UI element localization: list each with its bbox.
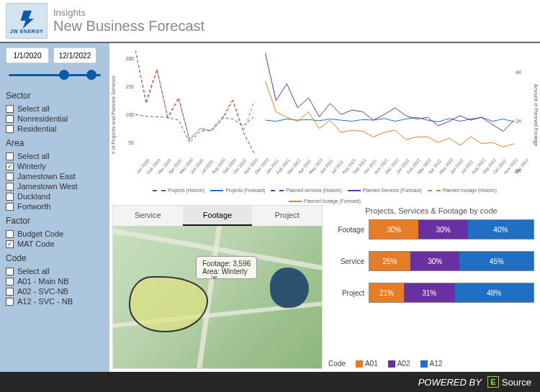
area-item[interactable]: Duckland [6, 191, 104, 201]
logo-j-icon [17, 9, 37, 29]
area-item[interactable]: Fortworth [6, 201, 104, 211]
sector-label: Select all [17, 104, 50, 113]
footer-brand: E Source [487, 376, 531, 388]
legend-item: Planned services (Historic) [271, 188, 341, 193]
header: JW ENERGY Insights New Business Forecast [0, 0, 540, 42]
date-start-input[interactable] [6, 47, 49, 63]
map[interactable]: Footage: 3,596 Area: Winterly [113, 226, 322, 368]
checkbox-icon[interactable] [6, 152, 14, 160]
area-label: Winterly [17, 162, 46, 170]
date-end-input[interactable] [53, 47, 96, 63]
bar-segment-a01: 25% [369, 252, 410, 270]
area-label: Select all [17, 152, 50, 160]
sector-label: Nonresidential [17, 114, 68, 123]
checkbox-icon[interactable] [6, 203, 14, 211]
code-item[interactable]: Select all [6, 266, 104, 276]
area-label: Fortworth [17, 202, 50, 211]
factor-item[interactable]: Budget Code [6, 229, 104, 239]
area-label: Jamestown East [17, 172, 76, 181]
date-range-slider[interactable] [6, 68, 104, 82]
code-label: A12 - SVC - NB [17, 297, 73, 306]
bar-stack: 21%31%48% [369, 283, 534, 303]
tooltip-line2: Area: Winterly [202, 268, 251, 275]
checkbox-icon[interactable] [6, 278, 14, 286]
checkbox-icon[interactable] [6, 298, 14, 306]
factor-label: MAT Code [17, 240, 55, 248]
bar-row: Footage30%30%40% [328, 219, 534, 240]
checkbox-icon[interactable] [6, 230, 14, 238]
map-tab-footage[interactable]: Footage [183, 206, 253, 226]
checkbox-icon[interactable] [6, 115, 14, 123]
sector-label: Residential [17, 124, 56, 133]
sector-item[interactable]: Nonresidential [6, 114, 104, 124]
bar-stack: 25%30%45% [369, 251, 534, 271]
selected-zone[interactable] [129, 276, 208, 332]
legend-item: Planned Services (Forecast) [348, 188, 422, 193]
legend-item: Projects (Forecast) [210, 188, 265, 193]
sector-item[interactable]: Residential [6, 124, 104, 134]
checkbox-icon[interactable] [6, 183, 14, 191]
bar-row: Project21%31%48% [328, 283, 534, 303]
factor-label: Factor [6, 216, 104, 226]
area-label: Jamestown West [17, 182, 78, 191]
checkbox-icon[interactable] [6, 105, 14, 113]
area-label: Area [6, 138, 104, 148]
checkbox-icon[interactable]: ✓ [6, 240, 14, 248]
checkbox-icon[interactable] [6, 268, 14, 275]
area-item[interactable]: Jamestown East [6, 171, 104, 181]
code-item[interactable]: A01 - Main NB [6, 276, 104, 286]
map-tabs: ServiceFootageProject [113, 206, 322, 226]
legend-heading: Code [328, 360, 346, 368]
checkbox-icon[interactable] [6, 193, 14, 201]
sector-item[interactable]: Select all [6, 104, 104, 114]
legend-item: A02 [388, 360, 410, 368]
code-label: Select all [17, 267, 50, 275]
footer: POWERED BY E Source [0, 372, 540, 392]
brand-e-icon: E [487, 376, 499, 388]
map-tab-project[interactable]: Project [252, 206, 322, 226]
code-item[interactable]: A12 - SVC - NB [6, 296, 104, 306]
area-item[interactable]: ✓Winterly [6, 161, 104, 171]
area-item[interactable]: Jamestown West [6, 181, 104, 191]
legend-item: Planned footage (Forecast) [289, 199, 361, 204]
legend-item: Projects (Historic) [153, 188, 204, 193]
bar-segment-a12: 40% [468, 220, 534, 239]
legend-swatch [356, 360, 363, 368]
bar-segment-a12: 48% [455, 283, 534, 302]
factor-item[interactable]: ✓MAT Code [6, 239, 104, 249]
code-item[interactable]: A02 - SVC-NB [6, 286, 104, 296]
bar-row-label: Project [328, 289, 364, 297]
chart-lines [135, 47, 514, 170]
logo: JW ENERGY [6, 3, 48, 39]
legend-swatch [388, 360, 395, 368]
logo-text: JW ENERGY [10, 29, 44, 34]
chart-legend: Projects (Historic)Projects (Forecast)Pl… [135, 188, 514, 204]
code-label: A01 - Main NB [17, 277, 69, 286]
checkbox-icon[interactable] [6, 125, 14, 133]
legend-item: A01 [356, 360, 378, 368]
tooltip-line1: Footage: 3,596 [202, 260, 251, 268]
bar-stack: 30%30%40% [369, 219, 534, 240]
footer-powered: POWERED BY [418, 377, 482, 388]
checkbox-icon[interactable]: ✓ [6, 163, 14, 170]
bar-segment-a02: 30% [410, 252, 459, 270]
stacked-bar-legend: CodeA01A02A12 [325, 357, 537, 369]
checkbox-icon[interactable] [6, 173, 14, 181]
code-label: Code [6, 253, 104, 263]
map-panel: ServiceFootageProject Footage: 3,596 Are… [112, 205, 323, 369]
bar-segment-a01: 30% [369, 220, 418, 239]
bar-row-label: Footage [328, 226, 364, 234]
area-label: Duckland [17, 192, 50, 201]
area-item[interactable]: Select all [6, 151, 104, 161]
code-label: A02 - SVC-NB [17, 287, 68, 296]
bar-segment-a02: 31% [404, 283, 455, 302]
map-tab-service[interactable]: Service [113, 206, 183, 226]
sidebar: Sector Select allNonresidentialResidenti… [0, 42, 109, 372]
bar-segment-a01: 21% [369, 283, 404, 302]
checkbox-icon[interactable] [6, 288, 14, 296]
brand-text: Source [502, 377, 531, 388]
sector-label: Sector [6, 91, 104, 101]
map-tooltip: Footage: 3,596 Area: Winterly [196, 256, 257, 279]
stacked-bar-panel: Projects, Services & Footage by code Foo… [325, 205, 537, 369]
bar-row: Service25%30%45% [328, 251, 534, 271]
